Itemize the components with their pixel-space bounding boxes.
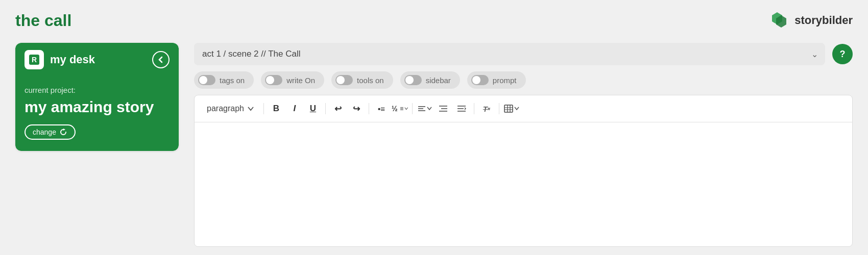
logo-text: storybilder — [794, 14, 853, 27]
toggle-switch-tools — [335, 75, 353, 85]
toggle-switch-sidebar — [404, 75, 422, 85]
breadcrumb-select[interactable]: act 1 / scene 2 // The Call — [194, 43, 825, 65]
numbered-list-button[interactable]: ½ — [392, 100, 408, 117]
italic-button[interactable]: I — [286, 100, 303, 117]
refresh-icon — [59, 128, 67, 136]
sidebar: R my desk current project: my amazing st… — [15, 43, 179, 247]
underline-button[interactable]: U — [305, 100, 321, 117]
svg-rect-16 — [504, 105, 513, 112]
toggle-label-tools: tools on — [357, 76, 384, 85]
align-chevron-icon — [427, 106, 432, 111]
toggle-knob-write — [266, 76, 274, 84]
indent-button[interactable] — [435, 100, 451, 117]
table-chevron-icon — [514, 106, 519, 111]
my-desk-icon: R — [25, 50, 44, 69]
toggle-label-write: write On — [286, 76, 315, 85]
toggle-label-tags: tags on — [220, 76, 245, 85]
list-chevron-icon — [404, 106, 408, 111]
toolbar-divider-4 — [412, 103, 413, 114]
my-desk-label: my desk — [50, 53, 95, 66]
sidebar-card: R my desk current project: my amazing st… — [15, 43, 179, 151]
toggle-switch-prompt — [471, 75, 489, 85]
align-icon — [418, 105, 426, 113]
toggle-switch-tags — [198, 75, 215, 85]
sidebar-collapse-button[interactable] — [152, 51, 170, 68]
toggle-switch-write — [265, 75, 282, 85]
toggle-row: tags on write On tools on sidebar — [194, 71, 853, 89]
bullet-list-button[interactable]: •≡ — [373, 100, 390, 117]
breadcrumb-wrapper: act 1 / scene 2 // The Call ⌄ — [194, 43, 825, 65]
clear-format-button[interactable]: Tx — [478, 100, 495, 117]
toolbar-divider-6 — [499, 103, 499, 114]
redo-button[interactable]: ↪ — [348, 100, 365, 117]
toggle-knob-tags — [199, 76, 207, 84]
sidebar-body: current project: my amazing story change — [15, 76, 179, 151]
sidebar-header-left: R my desk — [25, 50, 95, 69]
table-button[interactable] — [503, 100, 520, 117]
list-icon — [399, 106, 403, 112]
main-layout: R my desk current project: my amazing st… — [0, 38, 868, 252]
paragraph-label: paragraph — [207, 104, 244, 113]
paragraph-chevron-icon — [247, 105, 254, 112]
breadcrumb-chevron-icon: ⌄ — [811, 49, 818, 59]
editor-content[interactable] — [195, 122, 852, 246]
current-project-label: current project: — [25, 86, 170, 94]
outdent-button[interactable] — [453, 100, 470, 117]
toggle-prompt[interactable]: prompt — [467, 71, 526, 89]
desk-icon: R — [28, 53, 41, 66]
right-content: act 1 / scene 2 // The Call ⌄ ? tags on … — [194, 43, 853, 247]
align-button[interactable] — [417, 100, 433, 117]
toggle-knob-prompt — [472, 76, 480, 84]
toggle-sidebar[interactable]: sidebar — [400, 71, 460, 89]
table-icon — [504, 105, 513, 113]
toggle-write-on[interactable]: write On — [261, 71, 324, 89]
bold-button[interactable]: B — [268, 100, 284, 117]
toolbar-divider-1 — [263, 103, 264, 114]
svg-text:R: R — [32, 56, 37, 64]
sidebar-header: R my desk — [15, 43, 179, 76]
app-title: the call — [15, 11, 71, 30]
toolbar-divider-5 — [474, 103, 474, 114]
toggle-label-sidebar: sidebar — [426, 76, 451, 85]
arrow-left-icon — [157, 56, 165, 64]
toggle-label-prompt: prompt — [493, 76, 517, 85]
toolbar-divider-3 — [369, 103, 369, 114]
outdent-icon — [457, 105, 466, 113]
toggle-knob-sidebar — [405, 76, 414, 84]
toolbar: paragraph B I U ↩ ↪ •≡ ½ — [195, 95, 852, 122]
logo-area: storybilder — [767, 9, 853, 32]
editor-wrapper: paragraph B I U ↩ ↪ •≡ ½ — [194, 95, 853, 247]
toggle-knob-tools — [336, 76, 345, 84]
toolbar-divider-2 — [325, 103, 326, 114]
toggle-tools-on[interactable]: tools on — [331, 71, 393, 89]
project-name: my amazing story — [25, 98, 170, 116]
breadcrumb-row: act 1 / scene 2 // The Call ⌄ ? — [194, 43, 853, 65]
header: the call storybilder — [0, 0, 868, 38]
paragraph-select[interactable]: paragraph — [202, 101, 259, 116]
help-button[interactable]: ? — [832, 44, 853, 64]
undo-button[interactable]: ↩ — [330, 100, 346, 117]
logo-icon — [767, 9, 789, 32]
toggle-tags-on[interactable]: tags on — [194, 71, 254, 89]
change-button[interactable]: change — [25, 124, 76, 140]
indent-icon — [439, 105, 448, 113]
